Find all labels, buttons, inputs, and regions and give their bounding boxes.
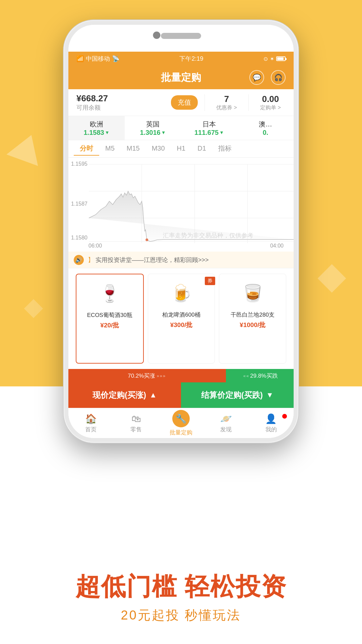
buy-fall-button[interactable]: 结算价定购(买跌) ▼ <box>181 382 294 408</box>
currency-japan-row: 111.675 ▼ <box>194 129 224 137</box>
wifi-icon: 📡 <box>112 55 119 62</box>
nav-item-discover[interactable]: 🪐 发现 <box>203 413 248 433</box>
chat-icon-button[interactable]: 💬 <box>249 70 264 85</box>
header-title: 批量定购 <box>161 71 201 85</box>
chart-tab-indicator[interactable]: 指标 <box>212 142 238 156</box>
home-icon: 🏠 <box>85 413 97 424</box>
news-text: 】 实用投资讲堂——江恩理论，精彩回顾>>> <box>88 256 209 264</box>
nav-item-profile[interactable]: 👤 我的 <box>249 413 294 433</box>
chart-y-top: 1.1595 <box>71 161 87 167</box>
chart-tab-h1[interactable]: H1 <box>171 143 192 155</box>
chart-tab-d1[interactable]: D1 <box>191 143 212 155</box>
status-time: 下午2:19 <box>179 55 203 63</box>
progress-bar-row: 70.2%买涨 » » » « « 29.8%买跌 <box>68 369 294 382</box>
currency-tab-other[interactable]: 澳… 0. <box>237 116 294 140</box>
chat-icon: 💬 <box>253 73 261 82</box>
bg-decoration-triangle <box>6 129 47 166</box>
chart-tabs: 分时 M5 M15 M30 H1 D1 指标 <box>68 140 294 158</box>
nav-item-bulk[interactable]: 🔧 批量定购 <box>159 410 203 436</box>
product-card-0[interactable]: 🍷 ECOS葡萄酒30瓶 ¥20/批 <box>76 274 144 364</box>
promo-text-area: 超低门槛 轻松投资 20元起投 秒懂玩法 <box>0 573 362 624</box>
nav-label-bulk: 批量定购 <box>170 429 192 436</box>
balance-row: ¥668.27 可用余额 充值 7 优惠券 > 0.00 定购单 > <box>68 89 294 116</box>
nav-label-profile: 我的 <box>265 426 277 433</box>
currency-europe-row: 1.1583 ▼ <box>83 129 109 137</box>
app-header: 批量定购 💬 🎧 <box>68 66 294 89</box>
status-left: 📶 中国移动 📡 <box>76 55 119 63</box>
balance-divider2 <box>248 94 249 111</box>
progress-rise: 70.2%买涨 » » » <box>68 369 226 382</box>
balance-amount: ¥668.27 <box>76 93 166 104</box>
chart-tab-minute[interactable]: 分时 <box>74 142 99 156</box>
arrow5: « <box>246 373 249 378</box>
phone-outer-shell: 📶 中国移动 📡 下午2:19 ⊙ ✶ 批量定购 <box>64 20 298 443</box>
nav-item-retail[interactable]: 🛍 零售 <box>113 413 158 433</box>
product-price-1: ¥300/批 <box>170 321 193 329</box>
product-card-1[interactable]: 券 🍺 柏龙啤酒600桶 ¥300/批 <box>148 274 215 364</box>
coupon-section[interactable]: 7 优惠券 > <box>212 94 242 111</box>
progress-fall-text: 29.8%买跌 <box>250 372 278 380</box>
nav-label-retail: 零售 <box>130 426 142 433</box>
sub-slogan: 20元起投 秒懂玩法 <box>121 607 241 624</box>
phone-screen-container: 📶 中国移动 📡 下午2:19 ⊙ ✶ 批量定购 <box>68 25 294 438</box>
chart-y-mid: 1.1587 <box>71 201 87 207</box>
order-count: 0.00 <box>262 94 279 104</box>
currency-other-name: 澳… <box>259 120 272 129</box>
signal-bars: 📶 <box>76 55 84 62</box>
balance-divider <box>204 94 205 111</box>
profile-icon: 👤 <box>265 413 277 424</box>
currency-europe-value: 1.1583 <box>83 129 104 137</box>
currency-tab-europe[interactable]: 欧洲 1.1583 ▼ <box>68 116 125 140</box>
buy-buttons: 现价定购(买涨) ▲ 结算价定购(买跌) ▼ <box>68 382 294 408</box>
status-right: ⊙ ✶ <box>263 56 286 62</box>
phone-mockup: 📶 中国移动 📡 下午2:19 ⊙ ✶ 批量定购 <box>64 20 298 443</box>
bg-decoration-diamond2 <box>24 299 43 318</box>
arrow2: » <box>160 373 162 378</box>
progress-rise-text: 70.2%买涨 <box>128 372 155 380</box>
svg-point-7 <box>145 238 148 241</box>
nav-label-discover: 发现 <box>220 426 232 433</box>
status-alarm: ⊙ <box>263 56 268 62</box>
progress-fall: « « 29.8%买跌 <box>226 369 294 382</box>
order-section[interactable]: 0.00 定购单 > <box>255 94 286 111</box>
currency-other-row: 0. <box>263 129 268 137</box>
headset-icon-button[interactable]: 🎧 <box>271 70 286 85</box>
nav-item-home[interactable]: 🏠 首页 <box>68 413 113 433</box>
currency-tab-uk[interactable]: 英国 1.3016 ▼ <box>125 116 181 140</box>
currency-japan-arrow: ▼ <box>219 130 224 135</box>
buy-rise-label: 现价定购(买涨) <box>93 390 146 400</box>
currency-europe-arrow: ▼ <box>105 130 110 135</box>
news-banner[interactable]: 🔊 】 实用投资讲堂——江恩理论，精彩回顾>>> <box>68 252 294 268</box>
phone-speaker <box>161 33 201 39</box>
order-label: 定购单 > <box>260 104 281 111</box>
coupon-label: 优惠券 > <box>216 104 237 111</box>
currency-other-value: 0. <box>263 129 268 137</box>
products-area: 🍷 ECOS葡萄酒30瓶 ¥20/批 券 🍺 柏龙啤酒600桶 ¥300/批 🥃… <box>68 268 294 369</box>
nav-label-home: 首页 <box>85 426 97 433</box>
buy-fall-arrow: ▼ <box>266 391 274 399</box>
coupon-badge-1: 券 <box>205 277 215 285</box>
arrow3: » <box>163 373 165 378</box>
retail-icon: 🛍 <box>131 413 141 424</box>
product-price-2: ¥1000/批 <box>240 321 265 329</box>
product-card-2[interactable]: 🥃 干邑白兰地280支 ¥1000/批 <box>219 274 286 364</box>
chart-tab-m30[interactable]: M30 <box>146 143 171 155</box>
currency-tab-japan[interactable]: 日本 111.675 ▼ <box>181 116 237 140</box>
product-price-0: ¥20/批 <box>100 321 119 330</box>
buy-rise-button[interactable]: 现价定购(买涨) ▲ <box>68 382 181 408</box>
bg-decoration-diamond <box>318 264 346 293</box>
chart-tab-m15[interactable]: M15 <box>121 143 146 155</box>
phone-camera <box>153 32 160 39</box>
news-bracket: 】 <box>88 257 94 263</box>
chart-tab-m5[interactable]: M5 <box>99 143 121 155</box>
recharge-button[interactable]: 充值 <box>171 95 198 110</box>
app-screen: 📶 中国移动 📡 下午2:19 ⊙ ✶ 批量定购 <box>68 52 294 438</box>
product-name-2: 干邑白兰地280支 <box>231 311 274 319</box>
status-bluetooth: ✶ <box>270 56 274 62</box>
currency-uk-value: 1.3016 <box>140 129 160 137</box>
product-name-1: 柏龙啤酒600桶 <box>162 311 200 319</box>
nav-active-indicator: 🔧 <box>172 410 190 427</box>
coupon-count: 7 <box>224 94 229 104</box>
chart-x-start: 06:00 <box>88 243 102 249</box>
headset-icon: 🎧 <box>274 73 283 82</box>
